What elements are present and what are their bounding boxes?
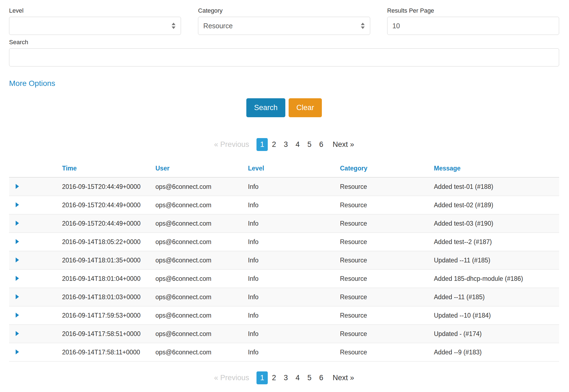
table-row: 2016-09-15T20:44:49+0000ops@6connect.com… xyxy=(9,214,559,233)
category-select[interactable]: Resource xyxy=(198,17,370,35)
cell-message: Added test-02 (#189) xyxy=(432,196,559,214)
cell-expand xyxy=(9,343,60,362)
cell-expand xyxy=(9,233,60,251)
cell-level: Info xyxy=(246,251,338,270)
cell-user: ops@6connect.com xyxy=(153,233,246,251)
log-table-body: 2016-09-15T20:44:49+0000ops@6connect.com… xyxy=(9,177,559,362)
pagination-bottom: « Previous123456Next » xyxy=(9,371,559,384)
header-time[interactable]: Time xyxy=(60,162,153,177)
cell-expand xyxy=(9,251,60,270)
table-row: 2016-09-14T18:01:04+0000ops@6connect.com… xyxy=(9,270,559,288)
cell-message: Updated - (#174) xyxy=(432,325,559,343)
cell-time: 2016-09-14T18:01:03+0000 xyxy=(60,288,153,306)
expand-row-icon[interactable] xyxy=(16,331,19,336)
level-field: Level xyxy=(9,7,181,35)
pagination-page-4[interactable]: 4 xyxy=(292,371,303,384)
pagination-page-4[interactable]: 4 xyxy=(292,138,303,151)
log-table: Time User Level Category Message 2016-09… xyxy=(9,162,559,362)
table-row: 2016-09-14T18:05:22+0000ops@6connect.com… xyxy=(9,233,559,251)
clear-button[interactable]: Clear xyxy=(289,98,322,117)
cell-expand xyxy=(9,325,60,343)
pagination-next[interactable]: Next » xyxy=(333,140,354,149)
expand-row-icon[interactable] xyxy=(16,313,19,318)
cell-level: Info xyxy=(246,196,338,214)
cell-user: ops@6connect.com xyxy=(153,325,246,343)
filter-row: Level Category Resource Results Per Page xyxy=(9,7,559,35)
expand-row-icon[interactable] xyxy=(16,184,19,189)
expand-row-icon[interactable] xyxy=(16,202,19,207)
cell-message: Updated --10 (#184) xyxy=(432,306,559,325)
cell-time: 2016-09-14T17:59:53+0000 xyxy=(60,306,153,325)
cell-level: Info xyxy=(246,214,338,233)
header-level[interactable]: Level xyxy=(246,162,338,177)
cell-expand xyxy=(9,196,60,214)
cell-category: Resource xyxy=(338,196,432,214)
cell-message: Added test-01 (#188) xyxy=(432,177,559,196)
table-row: 2016-09-14T17:59:53+0000ops@6connect.com… xyxy=(9,306,559,325)
pagination-page-2[interactable]: 2 xyxy=(268,138,280,151)
expand-row-icon[interactable] xyxy=(16,276,19,281)
cell-category: Resource xyxy=(338,343,432,362)
cell-level: Info xyxy=(246,233,338,251)
expand-row-icon[interactable] xyxy=(16,257,19,262)
cell-level: Info xyxy=(246,270,338,288)
pagination-top: « Previous123456Next » xyxy=(9,138,559,151)
expand-row-icon[interactable] xyxy=(16,294,19,299)
expand-row-icon[interactable] xyxy=(16,349,19,354)
pagination-page-5[interactable]: 5 xyxy=(304,138,315,151)
results-per-page-input[interactable] xyxy=(387,17,559,35)
cell-time: 2016-09-14T17:58:51+0000 xyxy=(60,325,153,343)
cell-user: ops@6connect.com xyxy=(153,288,246,306)
cell-category: Resource xyxy=(338,325,432,343)
category-field: Category Resource xyxy=(198,7,370,35)
cell-user: ops@6connect.com xyxy=(153,196,246,214)
table-row: 2016-09-15T20:44:49+0000ops@6connect.com… xyxy=(9,177,559,196)
pagination-page-1[interactable]: 1 xyxy=(256,138,268,151)
cell-level: Info xyxy=(246,306,338,325)
cell-time: 2016-09-14T18:01:04+0000 xyxy=(60,270,153,288)
cell-message: Updated --11 (#185) xyxy=(432,251,559,270)
search-input[interactable] xyxy=(9,48,559,66)
cell-user: ops@6connect.com xyxy=(153,214,246,233)
pagination-previous[interactable]: « Previous xyxy=(214,140,249,149)
cell-time: 2016-09-14T18:01:35+0000 xyxy=(60,251,153,270)
cell-user: ops@6connect.com xyxy=(153,177,246,196)
cell-category: Resource xyxy=(338,251,432,270)
category-label: Category xyxy=(198,7,370,14)
pagination-page-5[interactable]: 5 xyxy=(304,371,315,384)
pagination-previous[interactable]: « Previous xyxy=(214,374,249,382)
pagination-page-3[interactable]: 3 xyxy=(280,371,291,384)
table-row: 2016-09-14T18:01:03+0000ops@6connect.com… xyxy=(9,288,559,306)
cell-message: Added test-03 (#190) xyxy=(432,214,559,233)
search-button[interactable]: Search xyxy=(246,98,285,117)
header-message[interactable]: Message xyxy=(432,162,559,177)
cell-category: Resource xyxy=(338,270,432,288)
level-select[interactable] xyxy=(9,17,181,35)
header-category[interactable]: Category xyxy=(338,162,432,177)
table-row: 2016-09-14T18:01:35+0000ops@6connect.com… xyxy=(9,251,559,270)
cell-time: 2016-09-14T17:58:11+0000 xyxy=(60,343,153,362)
cell-expand xyxy=(9,306,60,325)
expand-row-icon[interactable] xyxy=(16,221,19,226)
header-user[interactable]: User xyxy=(153,162,246,177)
pagination-page-3[interactable]: 3 xyxy=(280,138,291,151)
pagination-page-1[interactable]: 1 xyxy=(256,371,268,384)
expand-row-icon[interactable] xyxy=(16,239,19,244)
cell-time: 2016-09-15T20:44:49+0000 xyxy=(60,177,153,196)
results-per-page-label: Results Per Page xyxy=(387,7,559,14)
level-label: Level xyxy=(9,7,181,14)
cell-user: ops@6connect.com xyxy=(153,251,246,270)
pagination-page-6[interactable]: 6 xyxy=(316,138,327,151)
cell-expand xyxy=(9,214,60,233)
cell-category: Resource xyxy=(338,177,432,196)
table-row: 2016-09-14T17:58:51+0000ops@6connect.com… xyxy=(9,325,559,343)
search-label: Search xyxy=(9,39,559,46)
cell-expand xyxy=(9,270,60,288)
more-options-link[interactable]: More Options xyxy=(9,79,55,88)
pagination-page-6[interactable]: 6 xyxy=(316,371,327,384)
pagination-next[interactable]: Next » xyxy=(333,374,354,382)
cell-time: 2016-09-15T20:44:49+0000 xyxy=(60,214,153,233)
pagination-page-2[interactable]: 2 xyxy=(268,371,280,384)
cell-category: Resource xyxy=(338,306,432,325)
cell-user: ops@6connect.com xyxy=(153,306,246,325)
